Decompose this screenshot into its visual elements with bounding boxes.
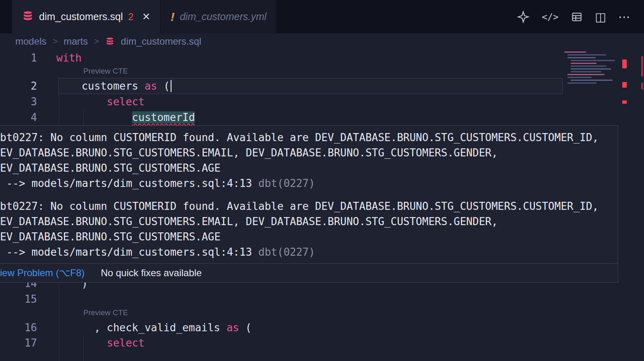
breadcrumb-item-marts[interactable]: marts (64, 36, 88, 47)
sql-identifier: customers (82, 80, 145, 92)
code-line[interactable]: 16 , check_valid_emails as ( (0, 320, 644, 336)
breadcrumb: models > marts > dim_customers.sql (0, 33, 644, 49)
view-problem-link[interactable]: iew Problem (⌥F8) (0, 267, 85, 279)
code-line[interactable]: 2 customers as ( (0, 78, 644, 94)
minimap[interactable] (564, 51, 620, 96)
text-cursor (171, 80, 171, 92)
sql-keyword: as (144, 80, 157, 92)
split-editor-icon[interactable]: ◫ (595, 10, 606, 24)
compiled-code-icon[interactable]: </> (542, 12, 559, 22)
sql-keyword: select (107, 337, 144, 349)
dbt-database-icon (105, 37, 115, 46)
tab-dim-customers-sql[interactable]: dim_customers.sql 2 ✕ (12, 0, 160, 33)
overview-ruler-error-mark (622, 59, 627, 68)
breadcrumb-item-models[interactable]: models (15, 36, 46, 47)
error-code: dbt(0227) (258, 246, 315, 258)
codelens-preview-cte[interactable]: Preview CTE (83, 67, 128, 76)
tab-problem-count-badge: 2 (128, 11, 133, 23)
error-messages: bt0227: No column CUSTOMERID found. Avai… (0, 126, 618, 260)
error-text: EV_DATABASE.BRUNO.STG_CUSTOMERS.AGE (0, 229, 618, 244)
more-actions-icon[interactable]: ⋯ (618, 10, 630, 24)
error-text: EV_DATABASE.BRUNO.STG_CUSTOMERS.EMAIL, D… (0, 214, 618, 229)
code-line[interactable]: 3 select (0, 94, 644, 110)
dbt-power-user-icon[interactable] (517, 10, 530, 23)
error-location: --> models/marts/dim_customers.sql:4:13 … (0, 244, 618, 260)
overview-ruler-error-mark (622, 82, 627, 88)
tab-dim-customers-yml[interactable]: ! dim_customers.yml (161, 0, 276, 33)
code-line[interactable]: 17 select (0, 335, 644, 351)
chevron-right-icon: > (52, 36, 58, 47)
error-text: EV_DATABASE.BRUNO.STG_CUSTOMERS.AGE (0, 160, 618, 176)
line-number: 1 (0, 50, 37, 66)
line-number: 2 (0, 78, 37, 94)
error-message: bt0227: No column CUSTOMERID found. Avai… (0, 130, 618, 191)
code-line[interactable]: 15 (0, 291, 644, 307)
error-text: EV_DATABASE.BRUNO.STG_CUSTOMERS.EMAIL, D… (0, 145, 618, 160)
breadcrumb-item-file[interactable]: dim_customers.sql (121, 36, 201, 47)
line-number: 3 (0, 94, 37, 110)
close-icon[interactable]: ✕ (142, 11, 151, 23)
scrollbar-error-mark (641, 83, 643, 89)
editor-tab-bar: dim_customers.sql 2 ✕ ! dim_customers.ym… (0, 0, 644, 33)
line-number: 17 (0, 335, 37, 351)
error-location: --> models/marts/dim_customers.sql:4:13 … (0, 176, 618, 191)
codelens-preview-cte[interactable]: Preview CTE (83, 308, 128, 317)
tab-label: dim_customers.yml (180, 11, 266, 23)
sql-identifier: , check_valid_emails (94, 322, 227, 334)
line-number: 15 (0, 291, 37, 307)
popup-footer: iew Problem (⌥F8) No quick fixes availab… (0, 263, 618, 282)
scrollbar-error-mark (641, 56, 643, 76)
query-results-table-icon[interactable] (571, 11, 583, 23)
dbt-database-icon (22, 10, 34, 24)
line-number: 4 (0, 110, 37, 125)
no-quick-fixes-text: No quick fixes available (101, 267, 202, 279)
sql-keyword: select (107, 96, 144, 108)
chevron-right-icon: > (94, 36, 99, 47)
tab-label: dim_customers.sql (39, 11, 123, 23)
error-token-customerid[interactable]: customerId (132, 111, 195, 123)
sql-keyword: as (227, 322, 239, 334)
editor-actions: </> ◫ ⋯ (517, 0, 644, 33)
error-code: dbt(0227) (258, 177, 315, 189)
sql-keyword: with (56, 52, 82, 64)
code-line[interactable]: 1 with (0, 50, 644, 66)
overview-ruler-error-mark (622, 101, 627, 104)
problem-hover-popup: bt0227: No column CUSTOMERID found. Avai… (0, 125, 618, 283)
line-number: 16 (0, 320, 37, 336)
warning-icon: ! (171, 10, 175, 24)
error-text: bt0227: No column CUSTOMERID found. Avai… (0, 199, 618, 214)
error-text: bt0227: No column CUSTOMERID found. Avai… (0, 130, 618, 145)
error-message: bt0227: No column CUSTOMERID found. Avai… (0, 199, 618, 260)
code-line[interactable]: 4 customerId (0, 110, 644, 125)
